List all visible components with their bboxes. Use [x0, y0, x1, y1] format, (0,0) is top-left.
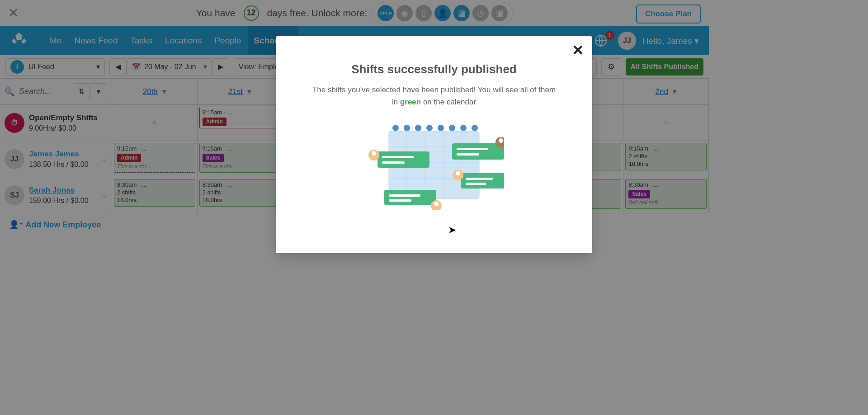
modal-body: The shifts you've selected have been pub… [312, 84, 556, 108]
svg-point-6 [415, 125, 421, 131]
svg-point-37 [456, 171, 460, 175]
svg-point-33 [372, 151, 376, 156]
svg-rect-23 [452, 143, 504, 160]
publish-success-modal: ✕ Shifts successfully published The shif… [276, 36, 592, 253]
svg-rect-24 [457, 148, 488, 150]
svg-point-11 [472, 125, 478, 131]
svg-rect-22 [382, 161, 405, 164]
svg-rect-20 [377, 151, 429, 168]
svg-point-7 [426, 125, 433, 131]
modal-title: Shifts successfully published [294, 62, 574, 76]
svg-rect-27 [466, 178, 493, 180]
svg-rect-21 [382, 156, 414, 158]
svg-point-4 [392, 125, 399, 131]
svg-rect-28 [466, 183, 486, 185]
svg-point-8 [438, 125, 444, 131]
svg-rect-25 [457, 153, 479, 156]
modal-illustration [294, 120, 574, 210]
svg-point-10 [460, 125, 467, 131]
svg-point-35 [499, 138, 503, 143]
modal-overlay[interactable]: ✕ Shifts successfully published The shif… [0, 0, 709, 339]
svg-rect-30 [389, 194, 420, 197]
svg-point-39 [434, 202, 439, 206]
svg-rect-29 [384, 190, 436, 205]
svg-rect-26 [461, 173, 504, 189]
svg-point-9 [449, 125, 455, 131]
modal-close-button[interactable]: ✕ [572, 42, 584, 59]
svg-point-5 [404, 125, 410, 131]
svg-rect-31 [389, 199, 411, 202]
